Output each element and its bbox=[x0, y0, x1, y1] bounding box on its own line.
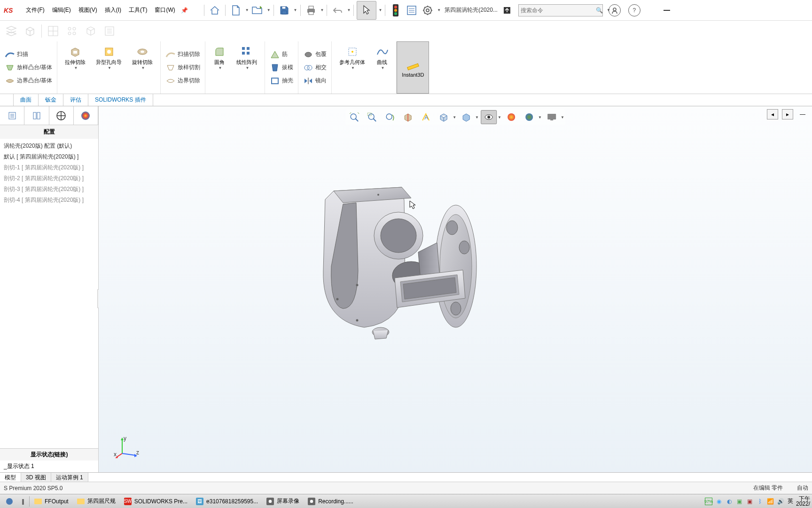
menu-file[interactable]: 文件(F) bbox=[22, 4, 48, 16]
dropdown-arrow[interactable]: ▼ bbox=[561, 115, 564, 119]
reference-geometry-button[interactable]: 参考几何体▼ bbox=[335, 43, 370, 72]
lofted-cut-button[interactable]: 放样切割 bbox=[164, 62, 202, 74]
save-button[interactable] bbox=[277, 3, 292, 18]
tray-icon[interactable]: ◉ bbox=[715, 498, 723, 505]
tree-item[interactable]: 剖切-3 [ 第四届涡轮壳(2020版) ] bbox=[0, 184, 98, 195]
panel-tab-feature[interactable] bbox=[0, 106, 24, 125]
dropdown-arrow[interactable]: ▼ bbox=[475, 115, 479, 119]
hole-wizard-button[interactable]: 异型孔向导▼ bbox=[91, 43, 126, 72]
minimize-viewport-button[interactable]: — bbox=[797, 109, 808, 119]
ime-indicator[interactable]: 英 bbox=[788, 497, 793, 505]
dynamic-annotation-button[interactable]: A bbox=[418, 110, 434, 124]
taskbar-pin1[interactable]: ‖ bbox=[18, 495, 28, 508]
tray-icon[interactable]: ▣ bbox=[746, 498, 754, 505]
traffic-light-icon[interactable] bbox=[388, 3, 403, 18]
dropdown-arrow[interactable]: ▼ bbox=[245, 8, 249, 12]
tab-hidden[interactable] bbox=[0, 94, 14, 106]
graphics-viewport[interactable]: A ▼ ▼ ▼ ▼ ▼ ◂ ▸ — bbox=[99, 106, 812, 472]
taskbar-image[interactable]: 🖼e31076818259595... bbox=[192, 495, 262, 508]
dropdown-arrow[interactable]: ▼ bbox=[347, 8, 351, 12]
sheet-tab-model[interactable]: 模型 bbox=[0, 473, 21, 482]
tab-addins[interactable]: SOLIDWORKS 插件 bbox=[88, 94, 153, 106]
list-button[interactable] bbox=[404, 3, 419, 18]
tree-item[interactable]: 剖切-1 [ 第四届涡轮壳(2020版) ] bbox=[0, 162, 98, 173]
taskbar-solidworks[interactable]: SWSOLIDWORKS Pre... bbox=[120, 495, 191, 508]
help-button[interactable]: ? bbox=[628, 4, 640, 16]
loft-button[interactable]: 放样凸台/基体 bbox=[3, 62, 54, 74]
previous-view-button[interactable] bbox=[382, 110, 398, 124]
apply-scene-button[interactable] bbox=[521, 110, 537, 124]
dropdown-arrow[interactable]: ▼ bbox=[320, 8, 324, 12]
dropdown-arrow[interactable]: ▼ bbox=[498, 115, 501, 119]
battery-icon[interactable]: 97% bbox=[705, 498, 712, 505]
menu-view[interactable]: 视图(V) bbox=[75, 4, 101, 16]
search-box[interactable]: 🔍 ▼ bbox=[518, 4, 603, 16]
menu-tools[interactable]: 工具(T) bbox=[125, 4, 151, 16]
network-icon[interactable]: 📶 bbox=[767, 498, 774, 505]
shell-button[interactable]: 抽壳 bbox=[268, 75, 295, 87]
print-button[interactable] bbox=[304, 3, 319, 18]
search-input[interactable] bbox=[519, 7, 593, 14]
orientation-triad[interactable]: y x z bbox=[113, 435, 141, 463]
revolved-cut-button[interactable]: 旋转切除▼ bbox=[127, 43, 157, 72]
select-button[interactable] bbox=[357, 1, 376, 20]
tab-surface[interactable]: 曲面 bbox=[14, 94, 39, 106]
rib-button[interactable]: 筋 bbox=[268, 48, 295, 61]
display-state-item[interactable]: _显示状态 1 bbox=[0, 460, 98, 472]
minimize-button[interactable] bbox=[657, 3, 676, 17]
home-button[interactable] bbox=[207, 3, 222, 18]
sweep-button[interactable]: 扫描 bbox=[3, 48, 54, 61]
bluetooth-icon[interactable]: ᛒ bbox=[757, 498, 764, 505]
new-button[interactable] bbox=[228, 3, 243, 18]
extruded-cut-button[interactable]: 拉伸切除▼ bbox=[60, 43, 90, 72]
prev-viewport-button[interactable]: ◂ bbox=[767, 109, 778, 119]
zoom-fit-button[interactable] bbox=[346, 110, 362, 124]
taskbar-ffoutput[interactable]: FFOutput bbox=[31, 495, 72, 508]
taskbar-start[interactable] bbox=[2, 495, 17, 508]
tab-evaluate[interactable]: 评估 bbox=[63, 94, 88, 106]
instant3d-button[interactable]: Instant3D bbox=[397, 41, 429, 94]
draft-button[interactable]: 拔模 bbox=[268, 62, 295, 74]
open-button[interactable] bbox=[250, 3, 265, 18]
user-button[interactable] bbox=[609, 4, 621, 16]
panel-tab-config[interactable] bbox=[49, 106, 74, 125]
dropdown-arrow[interactable]: ▼ bbox=[378, 8, 382, 12]
menu-insert[interactable]: 插入(I) bbox=[101, 4, 125, 16]
section-view-button[interactable] bbox=[400, 110, 416, 124]
tree-item[interactable]: 剖切-4 [ 第四届涡轮壳(2020版) ] bbox=[0, 195, 98, 206]
next-viewport-button[interactable]: ▸ bbox=[782, 109, 793, 119]
taskbar-ruler[interactable]: 第四届尺规 bbox=[73, 495, 119, 508]
wrap-button[interactable]: 包覆 bbox=[301, 48, 328, 61]
swept-cut-button[interactable]: 扫描切除 bbox=[164, 48, 202, 61]
tab-sheetmetal[interactable]: 钣金 bbox=[39, 94, 63, 106]
zoom-area-button[interactable] bbox=[364, 110, 380, 124]
volume-icon[interactable]: 🔊 bbox=[777, 498, 785, 505]
tray-icon[interactable]: ◐ bbox=[726, 498, 733, 505]
panel-tab-appearance[interactable] bbox=[74, 106, 98, 125]
curves-button[interactable]: 曲线▼ bbox=[371, 43, 393, 72]
pin-icon[interactable]: 📌 bbox=[181, 7, 188, 14]
clock-date[interactable]: 2022/ bbox=[796, 501, 810, 507]
view-orientation-button[interactable] bbox=[436, 110, 452, 124]
boundary-button[interactable]: 边界凸台/基体 bbox=[3, 75, 54, 87]
tree-item[interactable]: 默认 [ 第四届涡轮壳(2020版) ] bbox=[0, 151, 98, 162]
sheet-tab-motion[interactable]: 运动算例 1 bbox=[51, 473, 88, 482]
dropdown-arrow[interactable]: ▼ bbox=[294, 8, 297, 12]
display-style-button[interactable] bbox=[458, 110, 474, 124]
tray-icon[interactable]: ▣ bbox=[736, 498, 743, 505]
intersect-button[interactable]: 相交 bbox=[301, 62, 328, 74]
dropdown-arrow[interactable]: ▼ bbox=[437, 8, 441, 12]
dropdown-arrow[interactable]: ▼ bbox=[538, 115, 542, 119]
menu-edit[interactable]: 编辑(E) bbox=[48, 4, 75, 16]
panel-tab-property[interactable] bbox=[24, 106, 49, 125]
hide-show-button[interactable] bbox=[481, 110, 497, 124]
view-settings-button[interactable] bbox=[544, 110, 560, 124]
undo-button[interactable] bbox=[330, 3, 345, 18]
dropdown-arrow[interactable]: ▼ bbox=[453, 115, 456, 119]
linear-pattern-button[interactable]: 线性阵列▼ bbox=[232, 43, 262, 72]
doc-switch-button[interactable] bbox=[500, 3, 515, 18]
dropdown-arrow[interactable]: ▼ bbox=[267, 8, 271, 12]
taskbar-screenrec[interactable]: ⏺屏幕录像 bbox=[263, 495, 303, 508]
tree-item[interactable]: 涡轮壳(2020版) 配置 (默认) bbox=[0, 141, 98, 151]
taskbar-recording[interactable]: ⏺Recording...... bbox=[304, 495, 357, 508]
